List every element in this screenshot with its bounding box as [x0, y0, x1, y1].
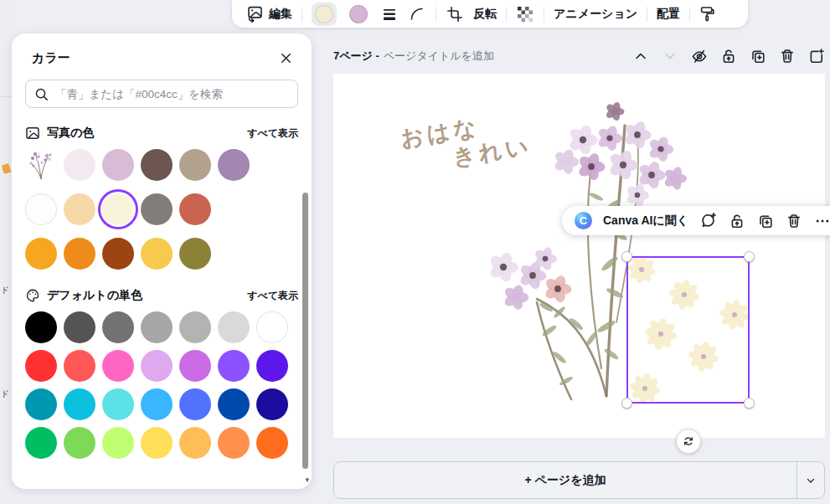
- photo-colors-title: 写真の色: [47, 126, 240, 141]
- color-swatch[interactable]: [102, 193, 134, 225]
- color-panel: カラー 写真の色 すべて表示: [12, 33, 312, 489]
- trash-icon[interactable]: [785, 212, 802, 229]
- color-swatch[interactable]: [218, 149, 250, 181]
- color-swatch[interactable]: [102, 149, 134, 181]
- panel-scroll-down-arrow[interactable]: ▾: [305, 476, 309, 484]
- edit-image-button[interactable]: 編集: [245, 5, 292, 23]
- color-swatch[interactable]: [25, 238, 57, 270]
- add-page-bar: + ページを追加: [333, 461, 825, 499]
- color-swatch[interactable]: [102, 388, 134, 420]
- color-swatch[interactable]: [64, 193, 95, 225]
- transparency-icon[interactable]: [516, 5, 534, 23]
- color-swatch[interactable]: [179, 193, 211, 225]
- color-swatch[interactable]: [64, 311, 95, 343]
- move-page-up-icon[interactable]: [632, 48, 649, 64]
- photo-colors-show-all[interactable]: すべて表示: [247, 126, 298, 141]
- search-icon: [34, 87, 49, 101]
- color-swatch[interactable]: [256, 350, 288, 382]
- floating-element-toolbar: C Canva AIに聞く: [562, 206, 830, 235]
- close-icon[interactable]: [279, 51, 293, 65]
- color-swatch[interactable]: [64, 388, 95, 420]
- color-swatch[interactable]: [25, 388, 57, 420]
- color-swatch[interactable]: [141, 427, 173, 459]
- lock-page-icon[interactable]: [720, 48, 737, 64]
- line-weight-icon[interactable]: [380, 5, 399, 23]
- color-swatch[interactable]: [218, 388, 250, 420]
- color-swatch[interactable]: [64, 238, 95, 270]
- color-swatch[interactable]: [141, 193, 173, 225]
- ask-canva-ai-button[interactable]: Canva AIに聞く: [603, 213, 688, 229]
- default-colors-show-all[interactable]: すべて表示: [247, 289, 298, 303]
- selection-handle-bottom-right[interactable]: [744, 398, 755, 409]
- color-swatch[interactable]: [102, 238, 134, 270]
- color-swatch[interactable]: [141, 350, 173, 382]
- color-swatch[interactable]: [179, 388, 211, 420]
- color-swatch[interactable]: [64, 350, 95, 382]
- toolbar-divider: [436, 7, 436, 22]
- color-swatch[interactable]: [102, 311, 134, 343]
- color-swatch[interactable]: [218, 311, 250, 343]
- more-horizontal-icon[interactable]: [813, 212, 830, 229]
- color-swatch[interactable]: [179, 427, 211, 459]
- color-search-input[interactable]: [55, 88, 289, 100]
- toolbar-divider: [506, 7, 507, 22]
- color-swatch[interactable]: [141, 311, 173, 343]
- selection-handle-top-right[interactable]: [744, 251, 755, 262]
- color-swatch[interactable]: [218, 350, 250, 382]
- color-swatch[interactable]: [179, 311, 211, 343]
- add-page-button[interactable]: + ページを追加: [334, 462, 796, 498]
- add-page-dropdown-button[interactable]: [797, 462, 824, 498]
- color-search-box[interactable]: [25, 80, 298, 108]
- flip-button[interactable]: 反転: [473, 7, 497, 22]
- toolbar-color-swatch: [315, 5, 333, 23]
- color-swatch[interactable]: [25, 193, 57, 225]
- selection-handle-bottom-left[interactable]: [621, 398, 632, 409]
- hide-page-icon[interactable]: [691, 48, 708, 64]
- add-page-after-icon[interactable]: [808, 48, 825, 64]
- photo-colors-thumbnail[interactable]: [25, 149, 57, 181]
- color-swatch[interactable]: [25, 311, 57, 343]
- color-swatch[interactable]: [179, 238, 211, 270]
- color-swatch[interactable]: [218, 427, 250, 459]
- color-swatch[interactable]: [64, 149, 95, 181]
- delete-page-icon[interactable]: [779, 48, 796, 64]
- page-title-placeholder[interactable]: ページタイトルを追加: [384, 49, 494, 64]
- duplicate-icon[interactable]: [756, 212, 774, 229]
- color-swatch[interactable]: [256, 427, 288, 459]
- color-swatch[interactable]: [179, 350, 211, 382]
- color-swatch[interactable]: [256, 388, 288, 420]
- default-colors-title: デフォルトの単色: [47, 288, 240, 303]
- color-swatch[interactable]: [102, 350, 134, 382]
- duplicate-page-icon[interactable]: [750, 48, 766, 64]
- photo-icon: [25, 126, 40, 141]
- paint-roller-icon[interactable]: [699, 5, 718, 23]
- lock-icon[interactable]: [728, 212, 745, 229]
- selection-box[interactable]: [626, 256, 750, 404]
- animation-button[interactable]: アニメーション: [554, 7, 637, 22]
- color-swatch[interactable]: [102, 427, 134, 459]
- color-swatch[interactable]: [256, 311, 288, 343]
- color-swatch[interactable]: [141, 388, 173, 420]
- toolbar-divider: [647, 7, 647, 22]
- color-swatch[interactable]: [141, 238, 173, 270]
- color-swatch[interactable]: [64, 427, 95, 459]
- color-swatch-button-2[interactable]: [346, 3, 371, 26]
- color-swatch[interactable]: [25, 427, 57, 459]
- comment-add-icon[interactable]: [699, 212, 717, 229]
- crop-icon[interactable]: [446, 5, 464, 23]
- default-colors-grid: [12, 303, 312, 459]
- color-swatch-button-1[interactable]: [312, 3, 337, 26]
- photo-colors-grid: [12, 141, 312, 270]
- canvas-page[interactable]: おはな きれい C Canva AIに聞く: [333, 74, 825, 438]
- color-swatch[interactable]: [25, 350, 57, 382]
- position-button[interactable]: 配置: [657, 7, 680, 22]
- rotate-handle[interactable]: [676, 429, 701, 454]
- left-sidebar-sliver: ド ド: [0, 0, 12, 504]
- panel-scrollbar-thumb[interactable]: [302, 193, 308, 469]
- page-header: 7ページ - ページタイトルを追加: [333, 44, 825, 69]
- arc-icon[interactable]: [408, 5, 426, 23]
- color-swatch[interactable]: [179, 149, 211, 181]
- selection-handle-top-left[interactable]: [621, 251, 632, 262]
- color-swatch[interactable]: [141, 149, 173, 181]
- edit-image-icon: [245, 5, 264, 23]
